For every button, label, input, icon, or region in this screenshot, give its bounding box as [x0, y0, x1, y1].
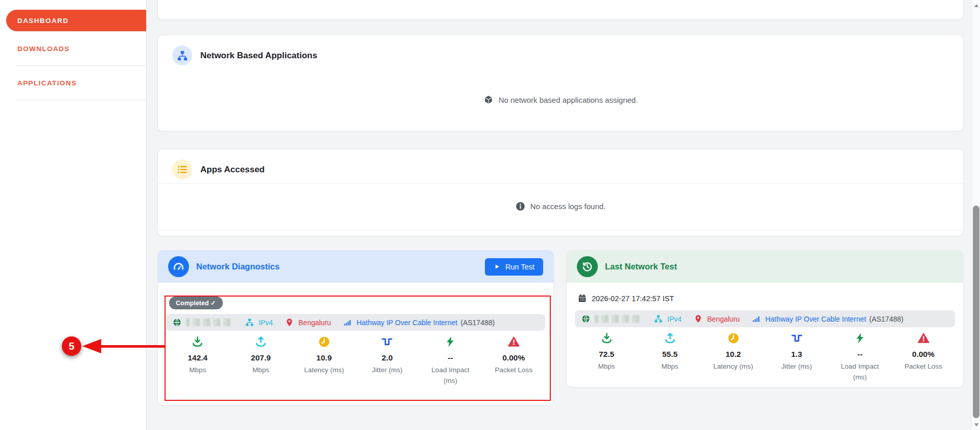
- divider: [158, 230, 963, 231]
- metric-value: 10.2: [702, 350, 765, 359]
- sidebar-item-applications[interactable]: APPLICATIONS: [0, 66, 146, 100]
- annotation-step-marker: 5: [62, 336, 81, 356]
- metrics-row: 72.5 Mbps 55.5 Mbps 10.2 Latency (ms) 1.…: [575, 332, 955, 383]
- dashboard-page: DASHBOARD DOWNLOADS APPLICATIONS Network…: [0, 0, 980, 430]
- card-header: Last Network Test: [567, 251, 963, 283]
- redacted-ip: [595, 315, 642, 323]
- download-icon: [601, 332, 613, 344]
- connection-info-bar: IPv4 Bengaluru Hathway IP Over Cable Int…: [575, 310, 955, 327]
- run-test-button[interactable]: Run Test: [485, 258, 543, 276]
- metric-label: Load Impact (ms): [835, 361, 885, 383]
- metric-packet-loss: 0.00% Packet Loss: [892, 332, 955, 383]
- annotation-arrowhead-icon: [82, 339, 101, 353]
- annotation-step-number: 5: [68, 341, 74, 352]
- timestamp-row: 2026-02-27 17:42:57 IST: [575, 294, 955, 303]
- sidebar-item-label: DASHBOARD: [17, 17, 68, 25]
- last-test-result: 2026-02-27 17:42:57 IST IPv4 Bengaluru H…: [567, 283, 963, 383]
- card-header: Apps Accessed: [158, 149, 963, 179]
- box-icon: [483, 95, 494, 105]
- card-header: Network Based Applications: [158, 35, 963, 65]
- metric-latency: 10.2 Latency (ms): [702, 332, 765, 383]
- annotation-arrow-line: [100, 345, 166, 348]
- card-header: Network Diagnostics Run Test: [158, 251, 553, 283]
- sidebar-item-label: APPLICATIONS: [17, 79, 77, 87]
- vertical-scrollbar[interactable]: [971, 0, 980, 430]
- globe-icon: [581, 314, 590, 323]
- info-icon: [516, 201, 525, 211]
- metric-value: 55.5: [638, 350, 702, 359]
- metric-download: 72.5 Mbps: [575, 332, 638, 383]
- card-title: Last Network Test: [605, 262, 953, 271]
- card-title: Apps Accessed: [200, 165, 265, 175]
- metric-jitter: 1.3 Jitter (ms): [765, 332, 828, 383]
- metric-value: 1.3: [765, 350, 828, 359]
- signal-bars-icon: [752, 314, 761, 323]
- sidebar-item-dashboard[interactable]: DASHBOARD: [6, 10, 146, 31]
- scrollbar-up-arrow-icon[interactable]: [972, 1, 980, 10]
- network-type-icon: [654, 314, 663, 323]
- sidebar-item-label: DOWNLOADS: [17, 45, 70, 53]
- asn: (AS17488): [869, 315, 903, 323]
- last-network-test-card: Last Network Test 2026-02-27 17:42:57 IS…: [566, 250, 964, 388]
- sidebar-item-downloads[interactable]: DOWNLOADS: [0, 32, 146, 65]
- metric-label: Mbps: [581, 361, 632, 372]
- partial-card-top: [157, 0, 964, 20]
- metric-value: 72.5: [575, 350, 638, 359]
- sidebar: DASHBOARD DOWNLOADS APPLICATIONS: [0, 0, 147, 430]
- run-test-label: Run Test: [505, 263, 534, 271]
- empty-message: No access logs found.: [530, 202, 606, 211]
- timestamp: 2026-02-27 17:42:57 IST: [592, 295, 674, 303]
- metric-label: Mbps: [645, 361, 695, 372]
- apps-accessed-card: Apps Accessed No access logs found.: [157, 149, 964, 236]
- divider: [158, 183, 963, 184]
- scrollbar-down-arrow-icon[interactable]: [972, 420, 980, 429]
- list-icon: [172, 160, 192, 179]
- bolt-icon: [854, 332, 866, 344]
- ip-version: IPv4: [667, 315, 682, 323]
- metric-label: Jitter (ms): [772, 361, 822, 372]
- card-title: Network Based Applications: [200, 51, 317, 61]
- annotation-highlight-box: [165, 296, 551, 401]
- metric-label: Latency (ms): [708, 361, 758, 372]
- history-icon: [577, 256, 598, 277]
- empty-state: No access logs found.: [158, 201, 963, 211]
- scrollbar-thumb[interactable]: [973, 206, 979, 418]
- network-based-applications-card: Network Based Applications No network ba…: [157, 35, 964, 131]
- empty-state: No network based applications assigned.: [158, 95, 963, 105]
- location-pin-icon: [694, 314, 703, 323]
- calendar-icon: [578, 294, 587, 303]
- isp-name: Hathway IP Over Cable Internet: [765, 315, 866, 323]
- clock-icon: [728, 332, 739, 344]
- divider: [15, 100, 146, 100]
- card-title: Network Diagnostics: [196, 262, 478, 271]
- metric-label: Packet Loss: [898, 361, 948, 372]
- square-wave-icon: [791, 332, 803, 344]
- empty-message: No network based applications assigned.: [499, 96, 638, 104]
- upload-icon: [664, 332, 676, 344]
- metric-load-impact: -- Load Impact (ms): [828, 332, 892, 383]
- warning-triangle-icon: [918, 332, 929, 344]
- metric-value: --: [828, 350, 892, 359]
- gauge-icon: [168, 256, 189, 277]
- location: Bengaluru: [707, 315, 740, 323]
- metric-upload: 55.5 Mbps: [638, 332, 702, 383]
- sitemap-icon: [172, 46, 192, 65]
- metric-value: 0.00%: [892, 350, 955, 359]
- play-icon: [494, 263, 500, 270]
